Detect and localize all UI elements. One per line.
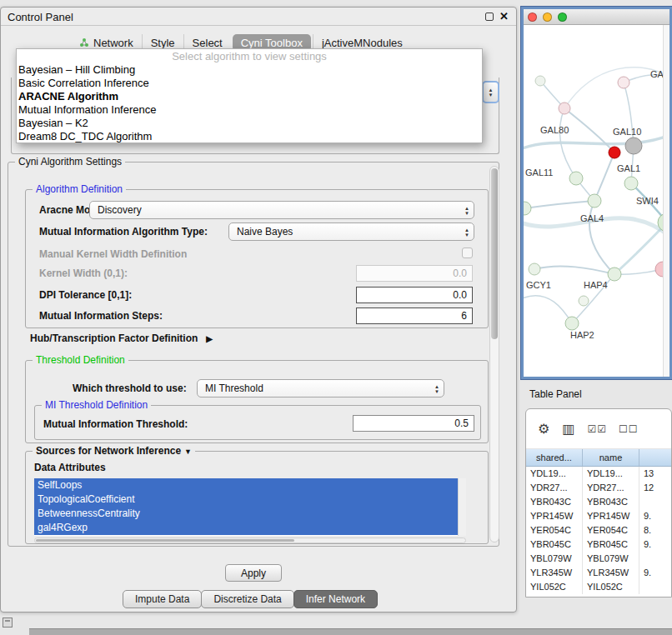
table-toolbar: ⚙▥☑☑☐☐ bbox=[526, 409, 671, 449]
deselect-all-icon[interactable]: ☐☐ bbox=[619, 423, 639, 435]
table-cell: YDL19... bbox=[526, 467, 583, 481]
aracne-mode-value: Discovery bbox=[98, 204, 142, 216]
attribute-item-topologicalcoefficient[interactable]: TopologicalCoefficient bbox=[34, 492, 458, 507]
attribute-item-selfloops[interactable]: SelfLoops bbox=[34, 478, 458, 492]
table-cell: YBR045C bbox=[526, 538, 583, 552]
node-label-gal4: GAL4 bbox=[580, 213, 604, 223]
network-node[interactable] bbox=[588, 194, 601, 208]
network-node[interactable] bbox=[565, 317, 579, 330]
bottom-tab-discretize-data[interactable]: Discretize Data bbox=[201, 590, 293, 608]
list-scrollbar[interactable] bbox=[458, 478, 466, 536]
table-cell: YBR043C bbox=[583, 495, 639, 509]
kernel-width-label: Kernel Width (0,1): bbox=[39, 268, 128, 279]
dpi-tolerance-input[interactable]: 0.0 bbox=[356, 287, 473, 303]
table-row[interactable]: YDL19...YDL19...13 bbox=[526, 467, 671, 481]
network-node[interactable] bbox=[624, 177, 638, 190]
kernel-width-input[interactable]: 0.0 bbox=[356, 265, 473, 282]
network-node[interactable] bbox=[618, 77, 629, 88]
algorithm-option-bayesian-k2[interactable]: Bayesian – K2 bbox=[17, 117, 482, 130]
column-header-name[interactable]: name bbox=[583, 449, 639, 466]
mi-threshold-label: Mutual Information Threshold: bbox=[43, 418, 188, 430]
bottom-tab-infer-network[interactable]: Infer Network bbox=[293, 590, 378, 608]
network-node[interactable] bbox=[579, 296, 589, 306]
table-row[interactable]: YDR27...YDR27...12 bbox=[526, 481, 671, 495]
network-node[interactable] bbox=[559, 102, 570, 114]
algorithm-option-dream8-dc-tdc-algorithm[interactable]: Dream8 DC_TDC Algorithm bbox=[17, 130, 482, 143]
spinner-buttons[interactable]: ▲▼ bbox=[482, 81, 499, 103]
list-hscrollbar[interactable] bbox=[34, 538, 466, 543]
network-node[interactable] bbox=[569, 172, 583, 185]
table-cell: YDL19... bbox=[583, 467, 639, 481]
mi-type-select[interactable]: Naive Bayes ▲▼ bbox=[228, 222, 474, 241]
table-row[interactable]: YLR345WYLR345W9. bbox=[526, 566, 671, 580]
table-cell: YLR345W bbox=[526, 566, 583, 580]
table-cell: YDR27... bbox=[526, 481, 583, 495]
network-scrollbar[interactable] bbox=[663, 25, 669, 377]
table-row[interactable]: YIL052CYIL052C bbox=[526, 580, 671, 594]
select-all-icon[interactable]: ☑☑ bbox=[587, 423, 607, 435]
attribute-list[interactable]: SelfLoopsTopologicalCoefficientBetweenne… bbox=[34, 478, 466, 536]
network-canvas[interactable]: GALGAL80GAL10GAL11GAL1SWI4GAL4GCY1HAP4YH… bbox=[524, 25, 669, 377]
algorithm-option-basic-correlation-inference[interactable]: Basic Correlation Inference bbox=[17, 77, 482, 90]
tab-label: Cyni Toolbox bbox=[241, 37, 303, 49]
table-body: YDL19...YDL19...13YDR27...YDR27...12YBR0… bbox=[526, 467, 671, 594]
algorithm-option-bayesian-hill-climbing[interactable]: Bayesian – Hill Climbing bbox=[17, 63, 482, 77]
table-cell: 9. bbox=[639, 509, 671, 523]
scrollbar-thumb[interactable] bbox=[491, 168, 498, 339]
table-row[interactable]: YPR145WYPR145W9. bbox=[526, 509, 671, 523]
aracne-mode-select[interactable]: Discovery ▲▼ bbox=[89, 201, 474, 219]
close-icon[interactable]: ✕ bbox=[499, 10, 509, 22]
mi-steps-input[interactable]: 6 bbox=[356, 308, 473, 324]
algorithm-option-aracne-algorithm[interactable]: ARACNE Algorithm bbox=[17, 90, 482, 103]
float-window-icon[interactable] bbox=[485, 12, 494, 21]
close-traffic-light[interactable] bbox=[528, 12, 537, 22]
manual-kernel-checkbox[interactable] bbox=[462, 248, 473, 258]
table-cell: YBR045C bbox=[583, 538, 639, 552]
minimize-traffic-light[interactable] bbox=[543, 12, 552, 22]
panel-dock-icon[interactable] bbox=[3, 618, 13, 628]
settings-gear-icon[interactable]: ⚙ bbox=[538, 421, 550, 437]
which-threshold-select[interactable]: MI Threshold ▲▼ bbox=[197, 379, 444, 398]
mi-threshold-input[interactable]: 0.5 bbox=[353, 415, 474, 432]
columns-icon[interactable]: ▥ bbox=[562, 421, 575, 437]
network-node[interactable] bbox=[609, 147, 620, 158]
network-node[interactable] bbox=[625, 138, 642, 154]
which-threshold-label: Which threshold to use: bbox=[73, 382, 187, 394]
settings-scrollbar[interactable] bbox=[489, 166, 499, 542]
table-row[interactable]: YBR043CYBR043C bbox=[526, 495, 671, 509]
bottom-tab-impute-data[interactable]: Impute Data bbox=[123, 590, 202, 608]
attribute-item-gal4rgexp[interactable]: gal4RGexp bbox=[34, 521, 458, 535]
network-node[interactable] bbox=[524, 202, 531, 215]
control-panel-titlebar[interactable]: Control Panel ✕ bbox=[1, 8, 516, 26]
table-cell bbox=[639, 580, 671, 594]
table-cell: YER054C bbox=[583, 523, 639, 538]
apply-button[interactable]: Apply bbox=[225, 564, 282, 582]
node-label-gcy1: GCY1 bbox=[526, 280, 551, 290]
hub-definition-label: Hub/Transcription Factor Definition bbox=[30, 332, 198, 344]
table-row[interactable]: YER054CYER054C8. bbox=[526, 523, 671, 538]
table-cell bbox=[639, 495, 671, 509]
threshold-definition-title: Threshold Definition bbox=[33, 354, 128, 366]
network-node[interactable] bbox=[529, 263, 540, 275]
table-cell: YIL052C bbox=[526, 580, 583, 594]
column-header-shared[interactable]: shared... bbox=[526, 449, 583, 466]
algorithm-definition-title: Algorithm Definition bbox=[33, 183, 126, 195]
network-graph[interactable]: GALGAL80GAL10GAL11GAL1SWI4GAL4GCY1HAP4YH… bbox=[524, 25, 669, 379]
table-header: shared...name bbox=[526, 449, 671, 467]
network-node[interactable] bbox=[608, 268, 621, 281]
hscroll-thumb[interactable] bbox=[36, 539, 294, 542]
table-row[interactable]: YBL079WYBL079W bbox=[526, 552, 671, 566]
sources-group-title[interactable]: Sources for Network Inference▼ bbox=[33, 445, 195, 457]
hub-definition-toggle[interactable]: Hub/Transcription Factor Definition▶ bbox=[30, 332, 213, 344]
table-cell: 8. bbox=[639, 523, 671, 538]
network-node[interactable] bbox=[535, 76, 545, 86]
network-window-titlebar[interactable] bbox=[524, 9, 669, 25]
zoom-traffic-light[interactable] bbox=[558, 12, 567, 22]
algorithm-option-mutual-information-inference[interactable]: Mutual Information Inference bbox=[17, 103, 482, 117]
attribute-item-betweennesscentrality[interactable]: BetweennessCentrality bbox=[34, 507, 458, 521]
table-row[interactable]: YBR045CYBR045C9. bbox=[526, 538, 671, 552]
column-header-col2[interactable] bbox=[639, 449, 671, 466]
combo-arrows-icon: ▲▼ bbox=[464, 228, 469, 238]
popup-placeholder: Select algorithm to view settings bbox=[17, 50, 482, 63]
table-cell: 12 bbox=[639, 481, 671, 495]
